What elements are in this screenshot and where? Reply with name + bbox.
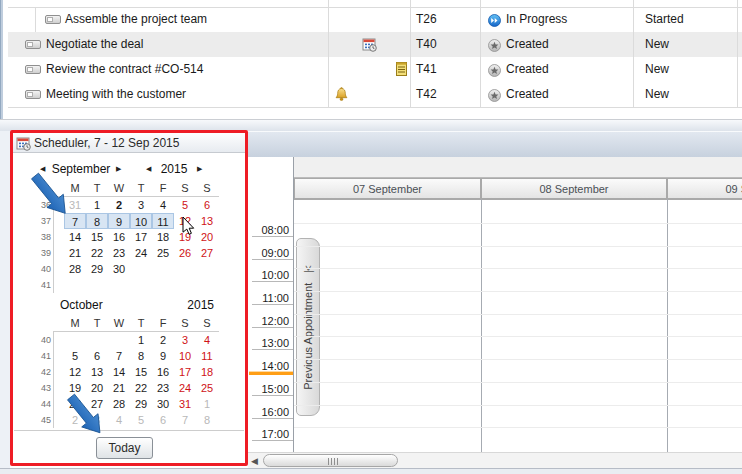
calendar-day[interactable]: 30 <box>108 261 130 277</box>
calendar-day[interactable]: 18 <box>196 364 218 380</box>
task-row[interactable]: Review the contract #CO-514T41CreatedNew <box>8 57 742 83</box>
calendar-day[interactable]: 31 <box>64 197 86 213</box>
week-number: 44 <box>33 396 51 412</box>
calendar-day[interactable]: 8 <box>196 412 218 428</box>
calendar-day[interactable]: 18 <box>152 229 174 245</box>
task-row[interactable]: Assemble the project teamT26In ProgressS… <box>8 7 742 33</box>
row-edit-button[interactable] <box>25 65 41 74</box>
scrollbar-thumb[interactable] <box>263 454 398 467</box>
calendar-day[interactable]: 24 <box>130 245 152 261</box>
calendar-day[interactable]: 27 <box>196 245 218 261</box>
calendar-day[interactable]: 9 <box>152 348 174 364</box>
calendar-day[interactable]: 28 <box>64 261 86 277</box>
day-header[interactable]: 08 September <box>481 178 667 199</box>
calendar-day[interactable]: 17 <box>130 229 152 245</box>
calendar-day[interactable]: 1 <box>196 396 218 412</box>
calendar-day[interactable]: 30 <box>152 396 174 412</box>
calendar-day[interactable]: 14 <box>108 364 130 380</box>
week-number-divider <box>53 331 54 428</box>
calendar-day[interactable]: 21 <box>108 380 130 396</box>
calendar-day[interactable]: 17 <box>174 364 196 380</box>
time-ruler-tick <box>252 259 293 260</box>
calendar-day[interactable]: 8 <box>86 213 108 229</box>
calendar-day[interactable]: 14 <box>64 229 86 245</box>
calendar-day[interactable]: 16 <box>108 229 130 245</box>
calendar-day[interactable]: 6 <box>196 197 218 213</box>
calendar-day[interactable]: 3 <box>130 197 152 213</box>
weekday-header: T <box>86 181 108 196</box>
calendar-day[interactable]: 6 <box>86 348 108 364</box>
calendar-day[interactable]: 7 <box>174 412 196 428</box>
calendar-day[interactable]: 1 <box>130 332 152 348</box>
calendar-day[interactable]: 11 <box>196 348 218 364</box>
calendar-day[interactable]: 4 <box>196 332 218 348</box>
hour-gridline <box>294 268 742 269</box>
calendar-day[interactable]: 26 <box>174 245 196 261</box>
day-header[interactable]: 09 September <box>667 178 742 199</box>
today-button[interactable]: Today <box>96 437 153 459</box>
row-edit-button[interactable] <box>25 90 41 99</box>
horizontal-scrollbar[interactable]: ◀ <box>248 452 742 468</box>
prev-year-arrow-icon[interactable]: ◀ <box>146 160 151 178</box>
row-edit-button[interactable] <box>45 15 61 24</box>
calendar-day[interactable]: 22 <box>130 380 152 396</box>
calendar-day[interactable]: 13 <box>86 364 108 380</box>
calendar-day[interactable]: 27 <box>86 396 108 412</box>
weekday-header: W <box>108 316 130 331</box>
prev-month-arrow-icon[interactable]: ◀ <box>40 160 45 178</box>
calendar-day[interactable]: 15 <box>86 229 108 245</box>
previous-appointment-tab[interactable]: Previous Appointment |< <box>296 238 320 416</box>
calendar-day[interactable]: 12 <box>174 213 196 229</box>
calendar-day[interactable]: 5 <box>64 348 86 364</box>
calendar-day[interactable]: 23 <box>152 380 174 396</box>
calendar-day[interactable]: 19 <box>174 229 196 245</box>
calendar-day[interactable]: 21 <box>64 245 86 261</box>
calendar-day[interactable]: 31 <box>174 396 196 412</box>
calendar-day[interactable]: 4 <box>108 412 130 428</box>
calendar-day[interactable]: 2 <box>108 197 130 213</box>
scroll-left-arrow-icon[interactable]: ◀ <box>251 455 258 467</box>
calendar-day[interactable]: 19 <box>64 380 86 396</box>
calendar-day[interactable]: 10 <box>130 213 152 229</box>
calendar-day[interactable]: 28 <box>108 396 130 412</box>
calendar-day[interactable]: 16 <box>152 364 174 380</box>
pane-splitter[interactable] <box>0 119 742 131</box>
calendar-day[interactable]: 8 <box>130 348 152 364</box>
calendar-day[interactable]: 29 <box>86 261 108 277</box>
calendar-day[interactable]: 2 <box>64 412 86 428</box>
calendar-day[interactable]: 5 <box>130 412 152 428</box>
calendar-day[interactable]: 29 <box>130 396 152 412</box>
task-status-label: Created <box>506 32 549 57</box>
next-month-arrow-icon[interactable]: ▶ <box>116 160 121 178</box>
calendar-day[interactable]: 5 <box>174 197 196 213</box>
task-row[interactable]: Negotiate the dealT40CreatedNew <box>8 32 742 58</box>
task-row[interactable]: Meeting with the customerT42CreatedNew <box>8 82 742 108</box>
calendar-day[interactable]: 25 <box>152 245 174 261</box>
created-star-icon <box>488 63 501 76</box>
calendar-day[interactable]: 1 <box>86 197 108 213</box>
calendar-day[interactable]: 15 <box>130 364 152 380</box>
row-edit-button[interactable] <box>25 40 41 49</box>
calendar-day[interactable]: 12 <box>64 364 86 380</box>
next-year-arrow-icon[interactable]: ▶ <box>197 160 202 178</box>
calendar-day[interactable]: 7 <box>64 213 86 229</box>
calendar-day[interactable]: 24 <box>174 380 196 396</box>
calendar-day[interactable]: 7 <box>108 348 130 364</box>
calendar-day[interactable]: 10 <box>174 348 196 364</box>
calendar-day[interactable]: 20 <box>86 380 108 396</box>
calendar-day[interactable]: 26 <box>64 396 86 412</box>
calendar-day[interactable]: 2 <box>152 332 174 348</box>
calendar-day[interactable]: 9 <box>108 213 130 229</box>
day-header[interactable]: 07 September <box>294 178 481 199</box>
calendar-day[interactable]: 4 <box>152 197 174 213</box>
calendar-day[interactable]: 25 <box>196 380 218 396</box>
calendar-day[interactable]: 6 <box>152 412 174 428</box>
calendar-day[interactable]: 11 <box>152 213 174 229</box>
calendar-day[interactable]: 3 <box>174 332 196 348</box>
column-separator <box>633 0 634 107</box>
calendar-day[interactable]: 3 <box>86 412 108 428</box>
calendar-day[interactable]: 22 <box>86 245 108 261</box>
calendar-day[interactable]: 20 <box>196 229 218 245</box>
calendar-day[interactable]: 23 <box>108 245 130 261</box>
calendar-day[interactable]: 13 <box>196 213 218 229</box>
